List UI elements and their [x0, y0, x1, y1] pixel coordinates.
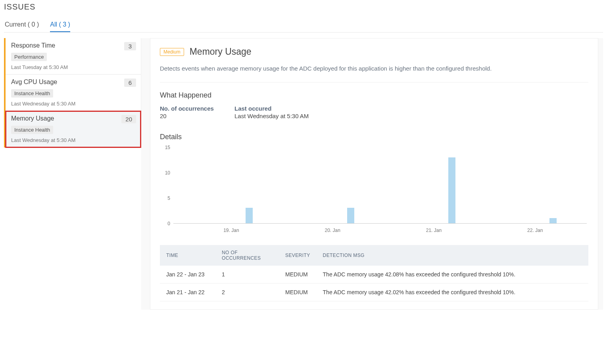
table-header-cell: SEVERITY: [279, 245, 317, 266]
chart-bar: [549, 218, 557, 223]
details-heading: Details: [160, 133, 588, 141]
last-occurred-label: Last occured: [234, 105, 338, 112]
detail-title: Memory Usage: [190, 46, 252, 57]
issue-title: Avg CPU Usage: [11, 79, 57, 86]
issue-item-0[interactable]: Response Time3PerformanceLast Tuesday at…: [6, 38, 141, 75]
table-header-cell: NO OF OCCURRENCES: [215, 245, 279, 266]
occurrences-value: 20: [160, 113, 219, 119]
tab-1[interactable]: All ( 3 ): [50, 19, 70, 32]
chart-xlabel: 22. Jan: [527, 228, 543, 233]
table-row: Jan 21 - Jan 222MEDIUMThe ADC memory usa…: [160, 283, 588, 301]
issue-timestamp: Last Tuesday at 5:30 AM: [11, 64, 136, 70]
detail-panel: Medium Memory Usage Detects events when …: [150, 38, 598, 310]
chart-xlabel: 20. Jan: [325, 228, 340, 233]
table-cell: 1: [215, 266, 279, 284]
chart-ytick: 15: [165, 145, 170, 150]
chart-ytick: 5: [167, 195, 170, 201]
tab-0[interactable]: Current ( 0 ): [5, 19, 39, 32]
chart-ytick: 10: [165, 170, 170, 176]
main-panel: Medium Memory Usage Detects events when …: [141, 38, 603, 310]
details-chart: 151050 19. Jan20. Jan21. Jan22. Jan: [160, 148, 588, 235]
table-cell: MEDIUM: [279, 283, 317, 301]
chart-xlabel: 19. Jan: [223, 228, 239, 233]
issues-sidebar: Response Time3PerformanceLast Tuesday at…: [4, 38, 141, 148]
tabs: Current ( 0 )All ( 3 ): [4, 19, 603, 33]
chart-xlabel: 21. Jan: [426, 228, 442, 233]
issue-category: Instance Health: [11, 89, 53, 98]
table-cell: The ADC memory usage 42.08% has exceeded…: [317, 266, 588, 284]
chart-ytick: 0: [167, 221, 170, 226]
occurrences-label: No. of occurrences: [160, 105, 219, 112]
table-cell: The ADC memory usage 42.02% has exceeded…: [317, 283, 588, 301]
issue-item-1[interactable]: Avg CPU Usage6Instance HealthLast Wednes…: [6, 75, 141, 111]
issue-timestamp: Last Wednesday at 5:30 AM: [11, 137, 136, 143]
issue-category: Instance Health: [11, 126, 53, 134]
details-table: TIMENO OF OCCURRENCESSEVERITYDETECTION M…: [160, 245, 588, 301]
issue-count: 20: [121, 115, 136, 123]
issue-item-2[interactable]: Memory Usage20Instance HealthLast Wednes…: [6, 111, 141, 148]
table-header-cell: TIME: [160, 245, 215, 266]
issue-category: Performance: [11, 53, 47, 61]
table-header-cell: DETECTION MSG: [317, 245, 588, 266]
table-cell: 2: [215, 283, 279, 301]
issue-timestamp: Last Wednesday at 5:30 AM: [11, 101, 136, 107]
detail-description: Detects events when average memory usage…: [160, 64, 588, 73]
severity-badge: Medium: [160, 48, 184, 56]
page-title: ISSUES: [4, 0, 603, 19]
issue-count: 3: [124, 42, 136, 50]
chart-bar: [448, 157, 455, 223]
issue-title: Response Time: [11, 42, 55, 49]
what-happened-heading: What Happened: [160, 91, 588, 100]
issue-count: 6: [124, 79, 136, 87]
table-cell: MEDIUM: [279, 266, 317, 284]
chart-bar: [246, 208, 253, 223]
table-cell: Jan 22 - Jan 23: [160, 266, 215, 284]
issue-title: Memory Usage: [11, 115, 54, 122]
chart-bar: [347, 208, 354, 223]
last-occurred-value: Last Wednesday at 5:30 AM: [234, 113, 338, 119]
table-row: Jan 22 - Jan 231MEDIUMThe ADC memory usa…: [160, 266, 588, 284]
table-cell: Jan 21 - Jan 22: [160, 283, 215, 301]
